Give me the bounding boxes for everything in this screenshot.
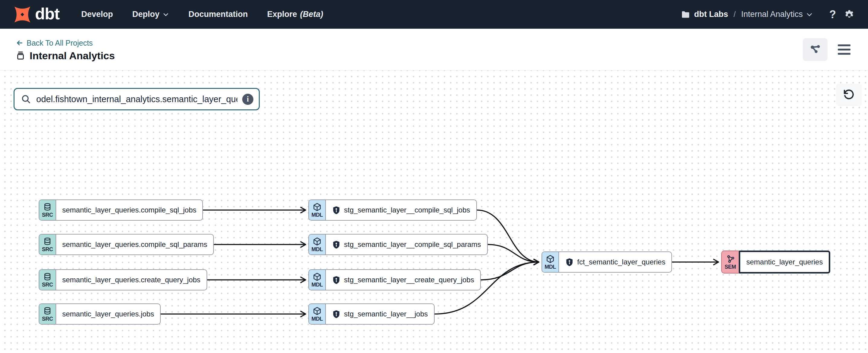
node-stg_compile_sql_params[interactable]: MDLstg_semantic_layer__compile_sql_param…	[308, 234, 488, 255]
breadcrumb-separator: /	[734, 10, 736, 19]
node-label: semantic_layer_queries.compile_sql_jobs	[62, 206, 196, 214]
nav-item-develop[interactable]: Develop	[81, 10, 113, 19]
node-badge-label: SRC	[42, 316, 53, 322]
node-badge-label: MDL	[311, 282, 323, 288]
node-stg_jobs[interactable]: MDLstg_semantic_layer__jobs	[308, 303, 435, 325]
node-body: semantic_layer_queries.compile_sql_jobs	[56, 200, 203, 220]
project-header: Back To All Projects Internal Analytics	[0, 29, 868, 70]
rotate-ccw-icon	[843, 89, 855, 101]
cube-icon	[313, 272, 322, 282]
shield-icon	[332, 310, 341, 319]
top-navbar: dbt Develop Deploy Documentation Explore…	[0, 0, 868, 29]
breadcrumb-account[interactable]: dbt Labs	[681, 10, 728, 19]
node-label: semantic_layer_queries.create_query_jobs	[62, 276, 200, 284]
node-body: stg_semantic_layer__compile_sql_jobs	[326, 200, 476, 220]
node-badge-label: MDL	[311, 316, 323, 322]
shield-icon	[332, 276, 341, 285]
node-src_compile_sql_jobs[interactable]: SRCsemantic_layer_queries.compile_sql_jo…	[39, 200, 203, 220]
edge-stg_compile_sql_params-to-fct_semantic_layer_queries	[488, 244, 539, 262]
node-badge-label: MDL	[311, 246, 323, 253]
main-nav: Develop Deploy Documentation Explore (Be…	[81, 10, 323, 19]
cube-icon	[546, 255, 555, 264]
node-badge: MDL	[309, 235, 326, 255]
node-body: stg_semantic_layer__create_query_jobs	[326, 270, 480, 290]
node-badge-label: SEM	[724, 264, 736, 270]
node-fct_semantic_layer_queries[interactable]: MDLfct_semantic_layer_queries	[541, 252, 672, 273]
chevron-down-icon	[162, 11, 169, 18]
node-badge: MDL	[309, 200, 326, 220]
node-badge-label: SRC	[42, 282, 53, 288]
node-body: stg_semantic_layer__compile_sql_params	[326, 235, 487, 255]
shield-icon	[332, 206, 341, 214]
search-icon	[21, 94, 31, 105]
navbar-right: dbt Labs / Internal Analytics ?	[681, 8, 855, 21]
node-badge: SRC	[39, 270, 56, 290]
database-icon	[43, 272, 52, 282]
node-body: semantic_layer_queries.jobs	[56, 304, 160, 324]
node-badge: MDL	[309, 270, 326, 290]
cube-icon	[313, 203, 322, 211]
reset-view-button[interactable]	[836, 84, 862, 106]
page-title: Internal Analytics	[30, 50, 115, 62]
chevron-down-icon	[806, 11, 813, 18]
node-body: stg_semantic_layer__jobs	[326, 304, 434, 324]
beta-badge: (Beta)	[300, 10, 323, 19]
lineage-search-box: i	[13, 88, 260, 110]
nav-item-deploy[interactable]: Deploy	[132, 10, 169, 19]
shield-icon	[332, 240, 341, 249]
nav-item-explore[interactable]: Explore (Beta)	[267, 10, 323, 19]
back-to-projects-link[interactable]: Back To All Projects	[16, 39, 115, 48]
node-stg_create_query_jobs[interactable]: MDLstg_semantic_layer__create_query_jobs	[308, 269, 481, 290]
edge-stg_create_query_jobs-to-fct_semantic_layer_queries	[481, 262, 539, 280]
node-label: stg_semantic_layer__compile_sql_params	[344, 240, 481, 249]
semantic-graph-icon	[726, 255, 735, 264]
node-body: semantic_layer_queries.create_query_jobs	[56, 270, 207, 290]
node-body: fct_semantic_layer_queries	[559, 252, 672, 272]
node-semantic_layer_queries[interactable]: SEMsemantic_layer_queries	[721, 251, 830, 273]
dbt-logo-text: dbt	[35, 5, 60, 24]
node-badge: MDL	[309, 304, 326, 324]
database-icon	[43, 203, 52, 211]
database-icon	[43, 237, 52, 246]
node-body: semantic_layer_queries.compile_sql_param…	[56, 235, 213, 255]
shield-icon	[565, 258, 574, 267]
node-badge-label: SRC	[42, 246, 53, 253]
dbt-logo[interactable]: dbt	[13, 5, 60, 24]
node-badge: SRC	[39, 235, 56, 255]
gear-icon[interactable]	[843, 8, 855, 21]
node-body: semantic_layer_queries	[739, 251, 830, 273]
node-label: semantic_layer_queries	[746, 258, 823, 266]
lineage-search-input[interactable]	[36, 94, 238, 105]
project-icon	[16, 51, 25, 60]
node-label: fct_semantic_layer_queries	[577, 258, 665, 266]
node-src_create_query_jobs[interactable]: SRCsemantic_layer_queries.create_query_j…	[39, 269, 207, 290]
node-label: semantic_layer_queries.jobs	[62, 310, 154, 318]
lineage-canvas[interactable]: i SRCsemantic_layer_queries.compile_sql_…	[0, 70, 868, 353]
node-label: stg_semantic_layer__create_query_jobs	[344, 276, 474, 284]
info-icon[interactable]: i	[242, 94, 253, 105]
arrow-left-icon	[16, 39, 24, 47]
node-badge-label: MDL	[311, 212, 323, 218]
dbt-logo-icon	[13, 5, 32, 24]
node-badge: MDL	[542, 252, 559, 272]
help-icon[interactable]: ?	[829, 8, 836, 21]
database-icon	[43, 306, 52, 316]
node-badge: SRC	[39, 304, 56, 324]
cube-icon	[313, 237, 322, 246]
nav-item-documentation[interactable]: Documentation	[188, 10, 248, 19]
cube-icon	[313, 306, 322, 316]
node-label: stg_semantic_layer__jobs	[344, 310, 428, 318]
folder-icon	[681, 10, 690, 19]
menu-icon[interactable]	[836, 42, 852, 57]
lineage-icon	[809, 43, 822, 56]
breadcrumb-project-selector[interactable]: Internal Analytics	[741, 10, 813, 19]
lineage-view-button[interactable]	[803, 38, 828, 61]
node-label: semantic_layer_queries.compile_sql_param…	[62, 240, 207, 249]
node-badge: SEM	[721, 251, 739, 273]
node-badge-label: SRC	[42, 212, 53, 218]
node-label: stg_semantic_layer__compile_sql_jobs	[344, 206, 470, 214]
node-src_compile_sql_params[interactable]: SRCsemantic_layer_queries.compile_sql_pa…	[39, 234, 214, 255]
node-stg_compile_sql_jobs[interactable]: MDLstg_semantic_layer__compile_sql_jobs	[308, 200, 477, 220]
node-src_jobs[interactable]: SRCsemantic_layer_queries.jobs	[39, 303, 161, 325]
node-badge-label: MDL	[545, 264, 556, 270]
